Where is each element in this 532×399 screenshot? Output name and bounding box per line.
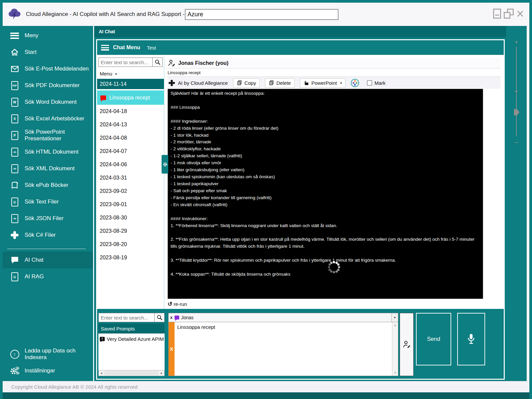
saved-prompts-panel: Saved Prompts ! Very Detailed Azure APIM… xyxy=(97,309,166,379)
recipient-tag-label: Jonas xyxy=(181,315,194,320)
chat-bubble-icon xyxy=(9,255,20,265)
scroll-right-icon[interactable]: ► xyxy=(159,372,164,375)
restore-button[interactable] xyxy=(504,9,514,19)
window-controls: × xyxy=(493,9,524,19)
sidebar-item-label: Sök JSON Filer xyxy=(25,215,64,222)
conversation-item[interactable]: 2024-03-31 xyxy=(97,171,164,185)
sidebar-item-start[interactable]: Start xyxy=(3,44,93,61)
ai-pinwheel-icon xyxy=(168,79,175,86)
envelope-icon xyxy=(9,64,20,74)
sidebar-item-xml[interactable]: </> Sök XML Dokument xyxy=(3,160,93,177)
minimize-button[interactable] xyxy=(493,9,501,19)
conversation-date-header[interactable]: 2024-11-14 xyxy=(97,79,164,89)
mark-checkbox-group: Mark xyxy=(367,80,385,86)
scroll-down-icon[interactable]: ∨ xyxy=(394,370,396,375)
chevron-right-icon: ▸ xyxy=(116,72,117,75)
delete-icon xyxy=(269,80,274,86)
sidebar-item-settings[interactable]: Inställningar xyxy=(3,362,93,379)
tag-close-icon[interactable]: x xyxy=(170,315,173,320)
title-search-input[interactable] xyxy=(185,9,338,20)
chat-menu-bar: Chat Menu Test xyxy=(97,40,504,55)
word-file-icon: W xyxy=(9,97,20,107)
delete-button[interactable]: Delete xyxy=(265,78,294,88)
person-edit-icon xyxy=(402,340,411,349)
sidebar-item-label: Sök Word Dokument xyxy=(25,99,77,105)
compose-vertical-scrollbar[interactable]: ∧ ∨ xyxy=(392,322,398,376)
conversation-item[interactable]: 2024-04-18 xyxy=(97,105,164,118)
copyright-text: Copyright Cloud Allegiance AB © 2024 All… xyxy=(11,384,138,390)
prompts-horizontal-scrollbar[interactable]: ◄ ► xyxy=(98,370,165,376)
conversation-item[interactable]: 2023-09-02 xyxy=(97,185,164,198)
sidebar-item-label: Sök Text Filer xyxy=(25,199,59,205)
scroll-left-icon[interactable]: ◄ xyxy=(99,372,104,375)
sidebar-item-csharp[interactable]: Sök C# Filer xyxy=(3,227,93,243)
send-button[interactable]: Send xyxy=(416,313,451,365)
sidebar-item-html[interactable]: </> Sök HTML Dokument xyxy=(3,144,93,160)
search-button[interactable] xyxy=(153,58,163,67)
sidebar-item-email[interactable]: Sök E-Post Meddelanden xyxy=(3,61,93,77)
clear-input-button[interactable]: X xyxy=(169,322,175,376)
saved-prompt-item[interactable]: ! Very Detailed Azure APIM pre xyxy=(98,336,165,342)
mark-checkbox[interactable] xyxy=(367,80,372,85)
zoom-slider: + − xyxy=(506,26,527,381)
conversation-item[interactable]: 2023-09-01 xyxy=(97,198,164,211)
zoom-slider-tick xyxy=(515,91,518,92)
conversation-item[interactable]: 2023-08-29 xyxy=(97,224,164,238)
conversation-item[interactable]: 2023-08-19 xyxy=(97,251,164,264)
zoom-in-button[interactable]: + xyxy=(514,39,518,46)
scrollbar-thumb[interactable] xyxy=(104,371,159,375)
zoom-out-button[interactable]: − xyxy=(514,138,519,147)
powerpoint-export-icon xyxy=(304,80,310,86)
persona-button[interactable] xyxy=(400,313,414,376)
prompts-search-button[interactable] xyxy=(155,313,165,322)
sidebar-item-powerpoint[interactable]: P Sök PowerPoint Presentationer xyxy=(3,127,93,144)
tag-bubble-icon xyxy=(175,316,179,320)
conversation-item-selected[interactable]: Linssoppa recept xyxy=(97,90,164,105)
conversation-item[interactable]: 2023-08-20 xyxy=(97,238,164,251)
sidebar-item-label: Sök E-Post Meddelanden xyxy=(25,66,89,72)
microphone-button[interactable] xyxy=(457,313,485,365)
person-edit-icon xyxy=(168,59,176,67)
conversation-item[interactable]: 2024-04-07 xyxy=(97,145,164,158)
sidebar-item-label: Sök HTML Dokument xyxy=(25,149,78,155)
close-button[interactable]: × xyxy=(516,9,524,19)
sidebar-item-epub[interactable]: Sök ePub Böcker xyxy=(3,177,93,194)
sidebar-item-pdf[interactable]: PDF Sök PDF Dokumenter xyxy=(3,77,93,94)
sidebar-item-text[interactable]: ≡ Sök Text Filer xyxy=(3,194,93,210)
window-bottom-edge xyxy=(3,392,529,399)
powerpoint-file-icon: P xyxy=(9,130,20,141)
conversation-item[interactable]: 2023-08-30 xyxy=(97,211,164,224)
prompts-search-input[interactable] xyxy=(98,313,155,322)
color-palette-icon[interactable] xyxy=(351,79,359,87)
sidebar-item-word[interactable]: W Sök Word Dokument xyxy=(3,94,93,110)
sidebar-item-upload[interactable]: ↑ Ladda upp Data och Indexera xyxy=(3,346,93,362)
chat-flag-icon xyxy=(100,95,106,100)
scroll-up-icon[interactable]: ∧ xyxy=(394,323,396,328)
conversation-item[interactable]: 2024-04-08 xyxy=(97,131,164,145)
conversation-item[interactable]: 2024-04-06 xyxy=(97,158,164,171)
sidebar-item-ai-chat[interactable]: AI Chat xyxy=(3,252,93,268)
powerpoint-export-button[interactable]: PowerPoint ▾ xyxy=(300,78,346,88)
sidebar-item-ai-rag[interactable]: ≡ AI RAG xyxy=(3,268,93,285)
conversation-search-input[interactable] xyxy=(98,58,153,67)
sidebar-item-excel[interactable]: X Sök Excel Arbetsböcker xyxy=(3,110,93,127)
ai-response-body[interactable]: Självklart! Här är ett enkelt recept på … xyxy=(168,89,483,299)
zoom-slider-handle[interactable] xyxy=(514,109,519,115)
recipient-dropdown-button[interactable]: ▼ xyxy=(391,313,398,322)
chat-menu-title[interactable]: Chat Menu xyxy=(113,45,140,51)
title-bar: Cloud Allegiance - AI Copilot with AI Se… xyxy=(3,3,529,26)
sidebar-item-json[interactable]: </> Sök JSON Filer xyxy=(3,210,93,227)
gears-icon xyxy=(9,365,20,376)
sidebar-item-label: AI RAG xyxy=(25,273,44,280)
sidebar-item-meny[interactable]: Meny xyxy=(3,27,93,44)
message-input[interactable]: Linssoppa recept xyxy=(175,322,392,376)
conversation-item[interactable]: 2024-04-13 xyxy=(97,118,164,131)
json-file-icon: </> xyxy=(9,213,20,224)
copy-button[interactable]: Copy xyxy=(233,78,260,88)
microphone-icon xyxy=(466,333,477,345)
sidebar-item-label: Ladda upp Data och Indexera xyxy=(25,347,93,361)
settings-flyout-handle[interactable] xyxy=(162,155,168,174)
rerun-button[interactable]: ↺ re-run xyxy=(168,299,500,309)
chat-menu-icon[interactable] xyxy=(101,45,109,51)
conversation-menu-dropdown[interactable]: Menu ▸ xyxy=(97,68,164,79)
